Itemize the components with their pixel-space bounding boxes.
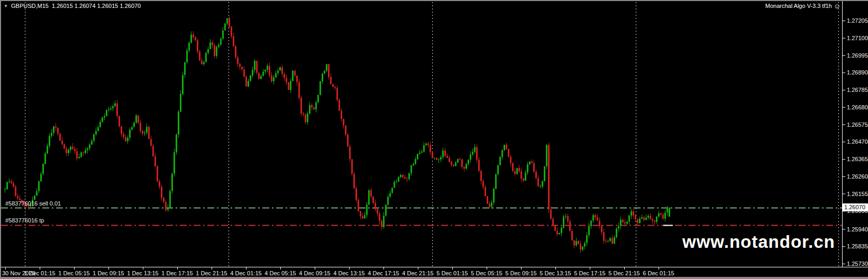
window-frame-top bbox=[0, 0, 868, 1]
candle bbox=[290, 78, 291, 93]
candle bbox=[220, 37, 222, 46]
candle bbox=[108, 107, 109, 112]
candle bbox=[440, 155, 442, 162]
smiley-icon: ☺ bbox=[834, 3, 840, 10]
candle bbox=[102, 117, 103, 123]
candle bbox=[254, 59, 255, 73]
candle bbox=[11, 179, 12, 184]
candle bbox=[222, 27, 224, 40]
candle bbox=[417, 154, 418, 161]
candle bbox=[260, 75, 262, 79]
time-axis[interactable]: 30 Nov 20231 Dec 01:151 Dec 05:151 Dec 0… bbox=[2, 267, 674, 276]
candle bbox=[444, 148, 446, 158]
candle bbox=[468, 159, 469, 165]
candle bbox=[197, 39, 198, 54]
candle bbox=[499, 156, 501, 165]
tp-order-label[interactable]: #583776016 tp bbox=[5, 217, 44, 224]
candle bbox=[49, 133, 50, 148]
price-tick-label: 1.27205 bbox=[847, 17, 868, 24]
candle bbox=[512, 162, 514, 172]
candle bbox=[70, 146, 71, 153]
candle bbox=[190, 31, 192, 43]
candle bbox=[313, 106, 315, 110]
candle bbox=[436, 157, 437, 160]
candle bbox=[656, 216, 657, 224]
candle bbox=[571, 229, 573, 241]
candle bbox=[131, 126, 133, 131]
candle bbox=[554, 225, 556, 232]
sell-order-label[interactable]: #583776016 sell 0.01 bbox=[5, 200, 61, 207]
candle bbox=[91, 139, 93, 145]
candle bbox=[148, 125, 150, 139]
candle bbox=[199, 50, 200, 61]
candle bbox=[322, 72, 323, 83]
candle bbox=[347, 133, 349, 147]
candle bbox=[351, 159, 353, 176]
candle bbox=[546, 144, 547, 169]
candle bbox=[324, 70, 325, 74]
candle bbox=[487, 196, 488, 203]
candle bbox=[434, 158, 435, 160]
watermark-text: www.notandor.cn bbox=[682, 232, 835, 252]
candle bbox=[267, 63, 268, 72]
time-tick-label: 5 Dec 09:15 bbox=[505, 270, 536, 276]
candles-group bbox=[4, 16, 670, 253]
candle bbox=[315, 100, 317, 113]
candle bbox=[307, 111, 308, 125]
candle bbox=[135, 114, 137, 124]
candle bbox=[269, 62, 270, 78]
candle bbox=[662, 212, 664, 220]
candle bbox=[241, 67, 243, 71]
candle bbox=[389, 190, 391, 198]
candle bbox=[195, 36, 196, 42]
candle bbox=[212, 40, 213, 49]
candle bbox=[353, 171, 355, 189]
candle bbox=[112, 105, 114, 111]
candle bbox=[138, 115, 139, 124]
candle bbox=[286, 75, 287, 85]
time-tick-label: 4 Dec 13:15 bbox=[333, 270, 364, 276]
candle bbox=[527, 162, 528, 175]
candle bbox=[590, 220, 592, 229]
candle bbox=[580, 241, 581, 253]
candle bbox=[40, 172, 42, 182]
candle bbox=[575, 238, 577, 247]
candle bbox=[85, 147, 86, 155]
candle bbox=[540, 184, 541, 188]
candle bbox=[243, 67, 245, 78]
candle bbox=[140, 120, 141, 133]
candle bbox=[93, 133, 95, 143]
collapse-arrow-icon[interactable]: ▼ bbox=[4, 3, 8, 10]
candle bbox=[391, 187, 393, 193]
candle bbox=[423, 142, 425, 153]
candle bbox=[457, 159, 459, 163]
ea-algo-label: Monarchal Algo V-3.3 tf1h ☺ bbox=[765, 3, 840, 10]
candle bbox=[669, 207, 670, 217]
candle bbox=[144, 131, 145, 136]
candle bbox=[146, 124, 148, 135]
time-tick-label: 4 Dec 21:15 bbox=[402, 270, 433, 276]
candle bbox=[186, 48, 188, 64]
candle bbox=[224, 23, 226, 31]
price-axis[interactable]: 1.272051.271001.269951.268901.267851.266… bbox=[842, 17, 868, 267]
candle bbox=[453, 164, 454, 167]
candle bbox=[622, 219, 624, 223]
candle bbox=[402, 174, 404, 178]
candle bbox=[159, 180, 160, 190]
candle bbox=[173, 148, 175, 176]
candle bbox=[152, 144, 154, 157]
candle bbox=[57, 128, 59, 136]
candle bbox=[531, 160, 533, 164]
candle bbox=[556, 228, 558, 236]
candle bbox=[404, 174, 406, 179]
candle bbox=[296, 76, 298, 86]
candle bbox=[284, 72, 285, 81]
candle bbox=[125, 134, 126, 142]
candle bbox=[87, 147, 88, 153]
candle bbox=[489, 201, 490, 208]
candle bbox=[214, 43, 215, 58]
candle bbox=[288, 81, 289, 90]
candle bbox=[226, 18, 228, 25]
candle bbox=[660, 213, 662, 215]
candle bbox=[275, 71, 277, 78]
